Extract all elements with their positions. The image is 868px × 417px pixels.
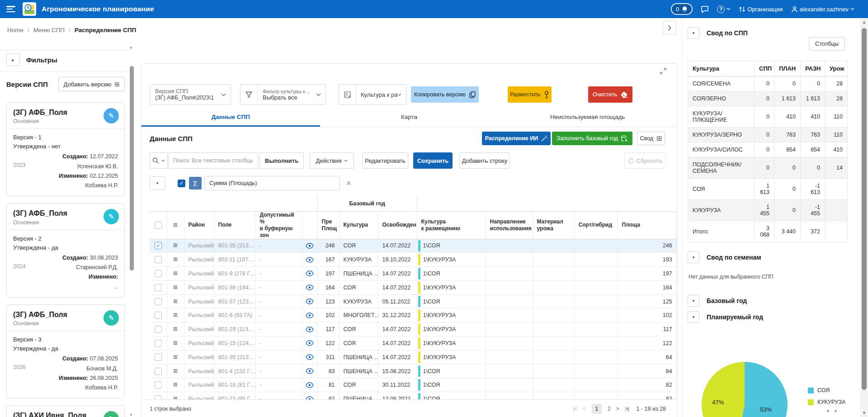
tab[interactable]: Неиспользуемая площадь (498, 108, 677, 127)
aggregate-input[interactable] (204, 176, 340, 190)
table-row[interactable]: ≡ Рыльский 801-35 (313… - 246 СОЯ 14.07.… (150, 239, 676, 253)
spp-summary-expander[interactable]: ▾ (688, 27, 699, 39)
breadcrumb-menu-spp[interactable]: Меню СПП (33, 27, 65, 33)
prev-page-button[interactable]: < (583, 406, 585, 412)
table-row[interactable]: ≡ Рыльский 801-37 (123… - 123 КУКУРУЗА 0… (150, 294, 676, 308)
table-row[interactable]: ≡ Рыльский 801-36 (164… - 164 СОЯ 14.07.… (150, 280, 676, 294)
add-row-button[interactable]: Добавить строку (459, 152, 510, 169)
row-menu-icon[interactable]: ≡ (173, 269, 178, 278)
page-scrollbar[interactable]: ▲ ▼ (860, 18, 868, 417)
copy-version-button[interactable]: Копировать версию (411, 86, 479, 103)
table-row[interactable]: ≡ Рыльский 801-6 (93 ГА) - 102 МНОГОЛЕТ…… (150, 308, 676, 322)
tab[interactable]: Карта (320, 108, 499, 127)
view-icon[interactable] (306, 270, 314, 276)
cell-placement[interactable]: 1\СОЯ (417, 267, 486, 281)
column-sort[interactable]: Сорт/гибрид (574, 211, 618, 239)
cell-placement[interactable]: 1\КУКУРУЗА (417, 308, 486, 322)
view-icon[interactable] (306, 382, 314, 388)
row-menu-icon[interactable]: ≡ (173, 394, 178, 399)
row-menu-icon[interactable]: ≡ (173, 353, 178, 361)
cell-placement[interactable]: 1\КУКУРУЗА (417, 336, 486, 351)
cell-placement[interactable]: 1\КУКУРУЗА (417, 253, 486, 267)
search-input[interactable] (168, 152, 258, 169)
cell-placement[interactable]: 1\СОЯ (417, 392, 486, 399)
page-1-button[interactable]: 1 (592, 404, 602, 414)
grid-menu-icon[interactable]: ≡ (173, 221, 178, 229)
aggregate-expander[interactable]: ▾ (150, 176, 165, 190)
pivot-button[interactable]: Свод ⊞ (637, 132, 665, 145)
row-checkbox[interactable] (155, 242, 162, 249)
user-menu[interactable]: alexander.sazhnev (791, 6, 854, 13)
row-menu-icon[interactable]: ≡ (173, 255, 178, 264)
column-direction[interactable]: Направление использования (486, 211, 533, 239)
add-version-button[interactable]: Добавить версию ⊞ (58, 77, 125, 91)
edit-button[interactable]: Редактировать (362, 152, 408, 169)
view-icon[interactable] (306, 327, 314, 332)
fill-base-year-button[interactable]: Заполнить базовый год (552, 132, 632, 145)
cell-placement[interactable]: 1\СОЯ (417, 364, 486, 378)
first-page-button[interactable]: |< (573, 406, 577, 412)
view-icon[interactable] (306, 368, 314, 374)
view-icon[interactable] (306, 354, 314, 360)
row-menu-icon[interactable]: ≡ (173, 339, 178, 347)
sidebar-scrollbar[interactable]: ▲ ▼ (130, 45, 134, 417)
scroll-down-icon[interactable]: ▼ (860, 411, 868, 415)
column-buffer[interactable]: Допустимый % в буферную зон (255, 211, 302, 239)
row-checkbox[interactable] (155, 368, 162, 375)
row-checkbox[interactable] (155, 270, 162, 277)
row-checkbox[interactable] (155, 326, 162, 333)
table-row[interactable]: ≡ Рыльский 801-9 (278 Г… - 197 ПШЕНИЦА …… (150, 267, 676, 281)
row-menu-icon[interactable]: ≡ (173, 241, 178, 250)
columns-button[interactable]: Столбцы (809, 37, 845, 51)
version-card[interactable]: (ЗГ) АХИ Ивня_Поля Основная ✎ Версия - 8 (6, 405, 125, 417)
tab[interactable]: Данные СПП (142, 108, 320, 127)
select-all-checkbox[interactable] (155, 222, 162, 229)
edit-version-button[interactable]: ✎ (104, 108, 119, 123)
culture-placement-select[interactable]: Культура к рас... (339, 84, 406, 105)
cell-placement[interactable]: 1\КУКУРУЗА (417, 280, 486, 294)
edit-version-button[interactable]: ✎ (104, 310, 119, 326)
help-menu[interactable]: ? (717, 5, 731, 13)
view-icon[interactable] (306, 396, 314, 399)
column-released[interactable]: Освобожден (378, 211, 417, 239)
scroll-down-icon[interactable]: ▼ (129, 413, 133, 417)
table-row[interactable]: ≡ Рыльский 801-15 (124… - 122 СОЯ 14.07.… (150, 336, 676, 351)
cell-placement[interactable]: 1\КУКУРУЗА (417, 322, 486, 336)
table-row[interactable]: ≡ Рыльский 801-35 (313… - 311 ПШЕНИЦА … … (150, 350, 676, 364)
edit-version-button[interactable]: ✎ (104, 411, 119, 417)
cell-placement[interactable]: 1\СОЯ (417, 294, 486, 308)
table-row[interactable]: ≡ Рыльский 801-4 (132 Г… - 83 ПШЕНИЦА … … (150, 364, 676, 378)
aggregate-checkbox[interactable]: ✓ (178, 180, 185, 187)
row-checkbox[interactable] (155, 381, 162, 389)
cell-placement[interactable]: 1\СОЯ (417, 378, 486, 392)
row-checkbox[interactable] (155, 298, 162, 305)
view-icon[interactable] (306, 299, 314, 304)
save-button[interactable]: Сохранить (413, 152, 453, 169)
scroll-up-icon[interactable]: ▲ (129, 45, 133, 49)
run-search-button[interactable]: Выполнить (259, 152, 304, 169)
column-district[interactable]: Район (184, 211, 214, 239)
breadcrumb-home[interactable]: Home (7, 27, 24, 33)
row-menu-icon[interactable]: ≡ (173, 297, 178, 306)
version-card[interactable]: (ЗГ) АФБ_Поля Основная ✎ Версия - 3 Утве… (6, 304, 125, 398)
expand-icon[interactable] (660, 67, 667, 75)
view-icon[interactable] (306, 257, 314, 263)
column-placement[interactable]: Культура к размещению (417, 211, 486, 239)
row-checkbox[interactable] (155, 340, 162, 347)
search-options-button[interactable] (150, 152, 168, 169)
reset-button[interactable]: Сбросить (624, 152, 666, 169)
culture-filter-select[interactable]: Фильтр культуры к ... Выбрать все (240, 84, 326, 105)
view-icon[interactable] (306, 243, 314, 249)
view-icon[interactable] (306, 284, 314, 290)
row-checkbox[interactable] (155, 395, 162, 399)
column-pre-area[interactable]: Пре Площ (317, 211, 339, 239)
last-page-button[interactable]: >| (625, 406, 629, 412)
table-row[interactable]: ≡ Рыльский 802-11 (197… - 167 КУКУРУЗА 1… (150, 253, 676, 267)
scroll-up-icon[interactable]: ▲ (860, 20, 868, 24)
actions-menu-button[interactable]: Действия (310, 152, 354, 169)
table-row[interactable]: ≡ Рыльский 801-29 (113… - 117 СОЯ 14.07.… (150, 322, 676, 336)
cell-placement[interactable]: 1\СОЯ (417, 239, 486, 253)
view-icon[interactable] (306, 340, 314, 346)
menu-icon[interactable] (6, 6, 15, 12)
version-card[interactable]: (ЗГ) АФБ_Поля Основная ✎ Версия - 2 Утве… (6, 203, 125, 297)
